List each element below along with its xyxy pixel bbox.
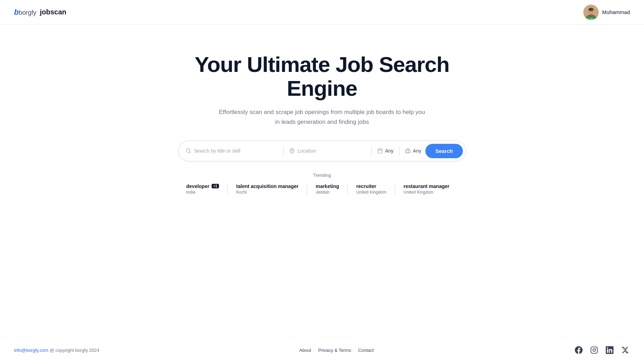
trending-item[interactable]: developer +1 India <box>186 183 228 195</box>
trending-section: Trending developer +1 India talent acqui… <box>186 173 458 195</box>
svg-line-6 <box>190 152 191 153</box>
trending-title-row: talent acquisition manager <box>236 183 298 189</box>
user-name: Muhammad <box>602 9 630 15</box>
divider-3 <box>399 146 399 156</box>
trending-item[interactable]: marketing Jeddah <box>307 183 348 195</box>
footer-email[interactable]: info@borgfy.com <box>14 348 48 353</box>
instagram-icon[interactable] <box>589 345 599 355</box>
trending-item-name: recruiter <box>356 183 376 189</box>
twitter-x-icon[interactable] <box>620 345 630 355</box>
footer-copyright: @ copyright borgfy 2024 <box>49 348 99 353</box>
job-type-label: Any <box>385 148 393 154</box>
svg-rect-13 <box>591 347 597 353</box>
footer-left: info@borgfy.com @ copyright borgfy 2024 <box>14 348 99 353</box>
logo-b: b <box>14 8 19 17</box>
trending-item-name: restaurant manager <box>404 183 450 189</box>
active-badge: Active <box>584 17 597 20</box>
footer: info@borgfy.com @ copyright borgfy 2024 … <box>0 338 644 362</box>
trending-item[interactable]: restaurant manager United Kingdom <box>395 183 458 195</box>
category-select[interactable]: Any <box>401 148 425 154</box>
divider-2 <box>371 146 372 156</box>
hero-subtitle: Effortlessly scan and scrape job opening… <box>217 107 427 126</box>
footer-link-about[interactable]: About <box>299 348 311 353</box>
trending-title-row: marketing <box>316 183 339 189</box>
search-icon <box>186 148 191 154</box>
trending-title-row: developer +1 <box>186 183 219 189</box>
trending-title-row: recruiter <box>356 183 386 189</box>
location-input[interactable] <box>298 148 366 154</box>
logo-jobscan: jobscan <box>40 8 66 16</box>
trending-item-location: Kochi <box>236 190 298 195</box>
trending-title-row: restaurant manager <box>404 183 450 189</box>
footer-social <box>574 345 630 355</box>
trending-item-name: developer <box>186 183 210 189</box>
trending-item[interactable]: talent acquisition manager Kochi <box>228 183 307 195</box>
trending-item-location: Jeddah <box>316 190 339 195</box>
linkedin-icon[interactable] <box>605 345 615 355</box>
trending-item-name: marketing <box>316 183 339 189</box>
main-content: Your Ultimate Job Search Engine Effortle… <box>0 25 644 338</box>
footer-center: About Privacy & Terms Contact <box>299 348 374 353</box>
category-label: Any <box>413 148 421 154</box>
avatar: Active <box>583 5 599 20</box>
hero-title: Your Ultimate Job Search Engine <box>164 53 480 100</box>
job-type-select[interactable]: Any <box>373 148 398 154</box>
user-area[interactable]: Active Muhammad <box>583 5 630 20</box>
trending-item-location: United Kingdom <box>356 190 386 195</box>
location-field[interactable] <box>285 148 370 154</box>
trending-item-name: talent acquisition manager <box>236 183 298 189</box>
svg-rect-8 <box>378 149 382 153</box>
briefcase-icon <box>405 148 411 154</box>
facebook-icon[interactable] <box>574 345 584 355</box>
trending-item-location: India <box>186 190 219 195</box>
logo: bborgfy <box>14 8 36 17</box>
logo-orgfy: borgfy <box>19 9 36 16</box>
title-search-field[interactable] <box>186 148 282 154</box>
logo-area[interactable]: bborgfy jobscan <box>14 8 66 17</box>
footer-link-contact[interactable]: Contact <box>358 348 374 353</box>
search-button[interactable]: Search <box>425 144 463 158</box>
footer-link-privacy[interactable]: Privacy & Terms <box>318 348 351 353</box>
trending-item-location: United Kingdom <box>404 190 450 195</box>
trending-items: developer +1 India talent acquisition ma… <box>186 183 458 195</box>
title-search-input[interactable] <box>194 148 278 154</box>
location-icon <box>289 148 295 154</box>
trending-label: Trending <box>313 173 331 178</box>
trending-item-badge: +1 <box>212 184 219 188</box>
search-bar: Any Any Search <box>178 141 466 161</box>
svg-point-7 <box>291 150 293 151</box>
header: bborgfy jobscan Active Muhammad <box>0 0 644 25</box>
svg-point-4 <box>589 8 593 11</box>
calendar-icon <box>377 148 383 154</box>
svg-rect-12 <box>406 150 410 153</box>
trending-item[interactable]: recruiter United Kingdom <box>348 183 395 195</box>
divider-1 <box>283 146 284 156</box>
